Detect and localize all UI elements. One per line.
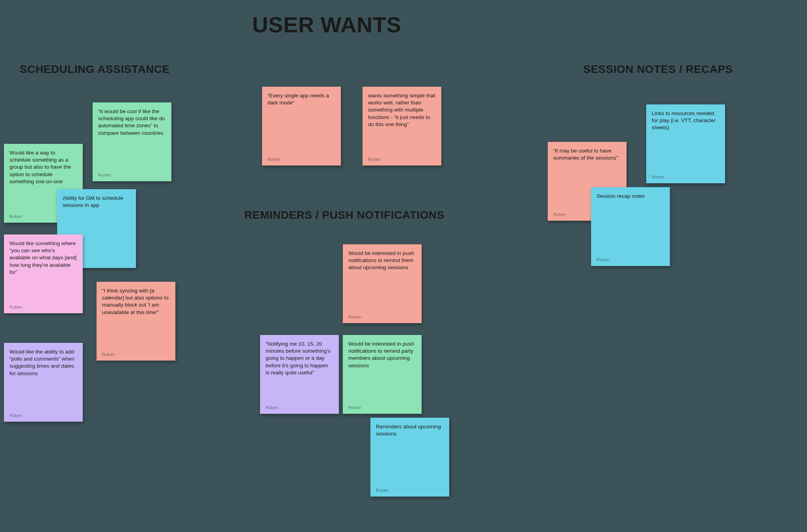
- sticky-author: Ruben: [348, 314, 416, 319]
- sticky-text: Reminders about upcoming sessions: [376, 423, 444, 437]
- sticky-sched-timezones[interactable]: “It would be cool if like the scheduling…: [93, 102, 171, 181]
- sticky-rem-push-party[interactable]: Would be interested in push notification…: [343, 335, 422, 414]
- sticky-text: Links to resources needed for play (i.e.…: [652, 110, 720, 132]
- sticky-author: Ruben: [368, 157, 436, 162]
- sticky-rem-upcoming[interactable]: Reminders about upcoming sessions Ruben: [370, 418, 449, 497]
- sticky-author: Ruben: [98, 173, 166, 177]
- sticky-author: Ruben: [102, 352, 170, 357]
- sticky-sched-polls[interactable]: Would like the ability to add “polls and…: [4, 343, 83, 422]
- sticky-author: Ruben: [9, 305, 77, 309]
- sticky-text: “It may be useful to have summaries of t…: [553, 147, 621, 162]
- sticky-author: Ruben: [597, 257, 664, 262]
- sticky-text: Session recap notes: [597, 193, 664, 200]
- sticky-text: “I think syncing with [a calendar] but a…: [102, 287, 170, 316]
- main-title: USER WANTS: [252, 12, 401, 37]
- sticky-author: Ruben: [348, 405, 416, 410]
- sticky-author: Ruben: [652, 175, 720, 179]
- sticky-text: “Every single app needs a dark mode”: [268, 92, 335, 106]
- sticky-text: Would like something where “you can see …: [9, 240, 77, 276]
- sticky-text: Would like the ability to add “polls and…: [9, 348, 77, 377]
- section-title-scheduling: SCHEDULING ASSISTANCE: [20, 63, 170, 76]
- sticky-notes-resources[interactable]: Links to resources needed for play (i.e.…: [646, 104, 725, 183]
- sticky-text: “Notifying me 10, 15, 20 minutes before …: [266, 340, 333, 376]
- sticky-text: Ability for GM to schedule sessions in a…: [63, 195, 130, 209]
- sticky-sched-availability[interactable]: Would like something where “you can see …: [4, 234, 83, 313]
- sticky-author: Ruben: [266, 405, 333, 410]
- sticky-text: “It would be cool if like the scheduling…: [98, 108, 166, 137]
- sticky-text: Would be interested in push notification…: [348, 250, 416, 272]
- section-title-notes: SESSION NOTES / RECAPS: [583, 63, 733, 76]
- sticky-rem-push-self[interactable]: Would be interested in push notification…: [343, 244, 422, 323]
- sticky-sched-calendar-sync[interactable]: “I think syncing with [a calendar] but a…: [97, 282, 175, 361]
- sticky-text: wants something simple that works well, …: [368, 92, 436, 128]
- sticky-notes-recap[interactable]: Session recap notes Ruben: [591, 187, 670, 266]
- sticky-general-darkmode[interactable]: “Every single app needs a dark mode” Rub…: [262, 87, 341, 166]
- sticky-text: Would be interested in push notification…: [348, 340, 416, 369]
- sticky-author: Ruben: [376, 488, 444, 493]
- sticky-author: Ruben: [268, 157, 335, 162]
- affinity-canvas[interactable]: USER WANTS SCHEDULING ASSISTANCE REMINDE…: [0, 0, 807, 532]
- section-title-reminders: REMINDERS / PUSH NOTIFICATIONS: [244, 209, 444, 221]
- sticky-text: Would like a way to schedule something a…: [9, 149, 77, 185]
- sticky-general-simple[interactable]: wants something simple that works well, …: [363, 87, 441, 166]
- sticky-rem-timing[interactable]: “Notifying me 10, 15, 20 minutes before …: [260, 335, 339, 414]
- sticky-author: Ruben: [9, 413, 77, 418]
